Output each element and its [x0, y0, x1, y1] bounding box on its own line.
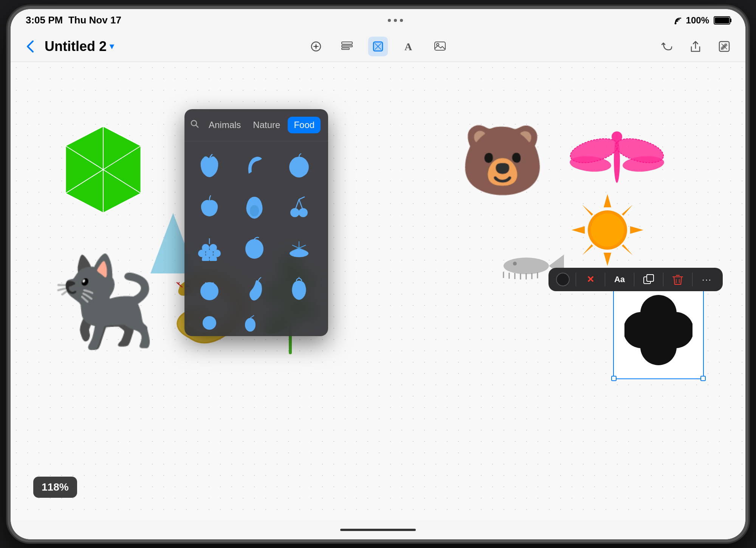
dot2	[394, 19, 397, 22]
svg-line-92	[250, 315, 254, 318]
svg-point-82	[245, 239, 263, 259]
food-banana[interactable]	[235, 147, 273, 185]
svg-point-91	[245, 318, 256, 332]
food-strawberry[interactable]	[280, 147, 318, 185]
main-toolbar: Untitled 2 ▾	[11, 32, 745, 62]
flower-shape-container[interactable]	[613, 281, 704, 379]
duplicate-button[interactable]	[640, 271, 657, 288]
svg-point-86	[290, 250, 308, 257]
search-icon	[191, 120, 199, 130]
svg-marker-33	[622, 244, 633, 255]
svg-marker-27	[604, 253, 611, 266]
home-bar	[340, 529, 416, 531]
wifi-icon	[669, 16, 682, 25]
food-cherries[interactable]	[280, 188, 318, 226]
shape-tool-button[interactable]	[368, 37, 388, 56]
divider-1	[576, 273, 576, 286]
share-button[interactable]	[686, 37, 705, 56]
font-tool-button[interactable]: A	[399, 37, 419, 56]
food-tomato[interactable]	[191, 270, 228, 307]
svg-marker-26	[604, 194, 611, 207]
food-orange-slice[interactable]	[280, 229, 318, 267]
svg-text:A: A	[404, 41, 412, 52]
delete-button[interactable]	[669, 271, 686, 288]
category-tabs: Animals Nature Food Symbols Educa...	[203, 114, 322, 136]
text-tool-button[interactable]	[337, 37, 357, 56]
food-lemon[interactable]	[235, 229, 273, 267]
svg-point-72	[290, 208, 299, 217]
dot3	[400, 19, 403, 22]
svg-line-71	[299, 197, 305, 199]
svg-point-57	[624, 312, 660, 348]
divider-3	[634, 273, 634, 286]
svg-line-67	[196, 125, 198, 127]
svg-point-2	[315, 45, 317, 48]
device-frame: 3:05 PM Thu Nov 17 100%	[8, 6, 748, 542]
svg-marker-28	[572, 226, 585, 234]
food-avocado[interactable]	[235, 188, 273, 226]
svg-point-58	[657, 312, 692, 348]
divider-2	[605, 273, 605, 286]
title-chevron: ▾	[110, 42, 114, 51]
style-button[interactable]: ✕	[582, 271, 599, 288]
battery-fill	[715, 17, 729, 23]
food-icons-grid	[184, 141, 328, 313]
canvas-content: 🐻	[11, 62, 745, 520]
context-toolbar: ✕ Aa	[548, 268, 723, 291]
svg-point-35	[591, 213, 624, 247]
toolbar-center: A	[306, 37, 450, 56]
color-picker-button[interactable]	[556, 273, 570, 286]
svg-point-68	[250, 205, 259, 216]
bear-shape[interactable]: 🐻	[460, 126, 545, 194]
canvas-area[interactable]: 🐻	[11, 62, 745, 520]
battery-tip	[730, 19, 731, 22]
cat-shape[interactable]: 🐈‍⬛	[48, 258, 157, 345]
tab-food[interactable]: Food	[288, 117, 321, 133]
image-tool-button[interactable]	[430, 37, 450, 56]
food-apple[interactable]	[191, 147, 228, 185]
food-icons-partial-row	[184, 313, 328, 336]
corner-handle-br[interactable]	[700, 376, 706, 381]
popup-search-bar: Animals Nature Food Symbols Educa...	[184, 109, 328, 141]
back-button[interactable]	[22, 38, 39, 55]
dragonfly-shape[interactable]	[564, 122, 670, 190]
battery-percent: 100%	[686, 15, 709, 26]
svg-rect-5	[342, 48, 349, 49]
undo-button[interactable]	[657, 37, 677, 56]
svg-marker-29	[630, 226, 643, 234]
svg-marker-30	[582, 205, 593, 216]
food-chili[interactable]	[235, 270, 273, 307]
title-text: Untitled 2	[45, 39, 107, 54]
divider-4	[663, 273, 663, 286]
tab-animals[interactable]: Animals	[203, 114, 247, 136]
zoom-badge: 118%	[33, 477, 77, 498]
food-pear[interactable]	[191, 188, 228, 226]
edit-button[interactable]	[714, 37, 734, 56]
more-button[interactable]: ···	[699, 271, 715, 288]
pen-tool-button[interactable]	[306, 37, 326, 56]
divider-5	[692, 273, 692, 286]
svg-rect-61	[647, 275, 654, 281]
food-grapes[interactable]	[191, 229, 228, 267]
svg-rect-4	[342, 45, 352, 47]
screen: 3:05 PM Thu Nov 17 100%	[11, 9, 745, 539]
svg-point-73	[299, 208, 308, 217]
hexagon-shape[interactable]	[56, 122, 150, 217]
svg-rect-3	[342, 42, 352, 44]
svg-point-39	[513, 262, 517, 266]
svg-point-37	[503, 258, 549, 274]
text-format-button[interactable]: Aa	[611, 271, 628, 288]
tab-nature[interactable]: Nature	[247, 114, 286, 136]
svg-marker-31	[622, 205, 633, 216]
sun-shape[interactable]	[568, 190, 647, 270]
corner-handle-bl[interactable]	[611, 376, 617, 381]
svg-rect-8	[435, 42, 445, 50]
svg-marker-32	[582, 244, 593, 255]
flower-shape	[624, 292, 692, 368]
status-right: 100%	[669, 15, 730, 26]
food-item-extra-1[interactable]	[191, 313, 228, 332]
document-title[interactable]: Untitled 2 ▾	[45, 39, 114, 54]
food-item-extra-2[interactable]	[231, 313, 269, 332]
food-pepper[interactable]	[280, 270, 318, 307]
svg-point-0	[674, 22, 676, 24]
